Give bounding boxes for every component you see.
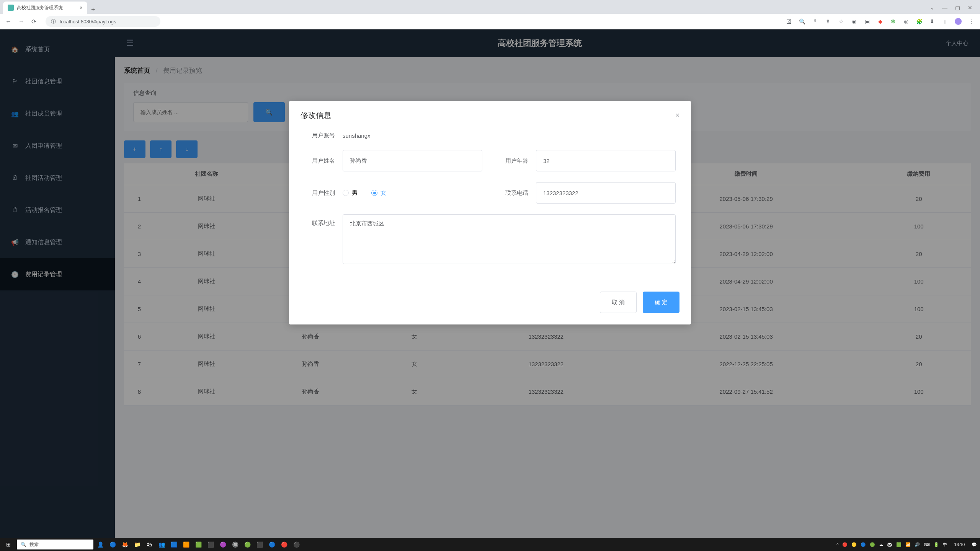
zoom-icon[interactable]: 🔍 [799,18,805,25]
key-icon[interactable]: ⚿ [786,18,792,25]
back-icon[interactable]: ← [5,18,11,25]
radio-icon [343,190,349,196]
new-tab-button[interactable]: + [87,6,99,14]
app-store-icon[interactable]: 🛍 [144,539,155,550]
url-text: localhost:8080/#/payLogs [60,19,116,24]
profile-avatar[interactable] [955,18,962,25]
chevron-down-icon[interactable]: ⌄ [930,5,934,11]
translate-icon[interactable]: ᴳ [812,18,818,25]
modal-overlay[interactable]: 修改信息 × 用户账号 sunshangx 用户姓名 用户年龄 [0,29,980,538]
search-placeholder: 搜索 [29,541,39,548]
search-icon: 🔍 [21,542,26,547]
taskbar-search[interactable]: 🔍搜索 [17,540,93,549]
ext2-icon[interactable]: ▣ [864,18,871,25]
app-icon[interactable]: 🟧 [181,539,191,550]
address-bar[interactable]: ⓘ localhost:8080/#/payLogs [46,16,160,27]
share-icon[interactable]: ⇪ [825,18,831,25]
app-icon[interactable]: 🟣 [217,539,228,550]
phone-label: 联系电话 [498,189,528,197]
tray-icon[interactable]: 🔊 [915,542,920,547]
tab-title: 高校社团服务管理系统 [17,5,63,11]
gender-label: 用户性别 [304,189,335,197]
start-button[interactable]: ⊞ [3,539,14,550]
name-input[interactable] [343,150,482,171]
close-window-icon[interactable]: ✕ [968,5,972,11]
tray-time[interactable]: 16:10 [951,542,968,547]
modal-close-icon[interactable]: × [675,111,679,119]
star-icon[interactable]: ☆ [838,18,844,25]
menu-icon[interactable]: ⋮ [968,18,975,25]
radio-icon [371,190,377,196]
tray-icon[interactable]: 🔴 [842,542,848,547]
age-label: 用户年龄 [498,157,528,165]
edit-modal: 修改信息 × 用户账号 sunshangx 用户姓名 用户年龄 [289,101,691,324]
ext5-icon[interactable]: ◎ [903,18,910,25]
tray-icon[interactable]: 🔋 [934,542,939,547]
tray-icon[interactable]: 中 [943,542,947,548]
app-teams-icon[interactable]: 👥 [156,539,167,550]
gender-female-radio[interactable]: 女 [371,189,386,197]
confirm-button[interactable]: 确 定 [643,292,679,313]
download-icon[interactable]: ⬇ [929,18,936,25]
app-icon[interactable]: 🔵 [266,539,277,550]
tray-icon[interactable]: ⌨ [924,542,930,547]
tray-icon[interactable]: 🟡 [851,542,857,547]
ext1-icon[interactable]: ◉ [851,18,858,25]
address-textarea[interactable] [343,214,676,264]
tray-icon[interactable]: 🟢 [870,542,875,547]
name-label: 用户姓名 [304,157,335,165]
maximize-icon[interactable]: ▢ [955,5,960,11]
tray-icon[interactable]: ^ [836,542,838,547]
gender-male-radio[interactable]: 男 [343,189,358,197]
age-input[interactable] [536,150,676,171]
browser-tab[interactable]: 高校社团服务管理系统 × [3,2,87,14]
close-tab-icon[interactable]: × [80,5,83,11]
ext4-icon[interactable]: ❃ [890,18,897,25]
app-icon[interactable]: 🟩 [193,539,204,550]
cortana-icon[interactable]: 👤 [95,539,106,550]
account-label: 用户账号 [304,132,335,139]
app-icon[interactable]: 🔴 [279,539,289,550]
tray-icon[interactable]: 🐼 [887,542,892,547]
forward-icon[interactable]: → [18,18,24,25]
app-icon[interactable]: 🟦 [168,539,179,550]
radio-label: 男 [352,189,358,197]
reload-icon[interactable]: ⟳ [31,18,36,25]
tray-icon[interactable]: 🟩 [896,542,902,547]
cancel-button[interactable]: 取 消 [600,292,637,313]
notification-icon[interactable]: 💬 [972,542,977,547]
app-icon[interactable]: 🔘 [230,539,240,550]
tray-icon[interactable]: 📶 [905,542,911,547]
minimize-icon[interactable]: — [942,5,947,11]
tray-icon[interactable]: ☁ [879,542,883,547]
taskbar: ⊞ 🔍搜索 👤 🔵 🦊 📁 🛍 👥 🟦 🟧 🟩 ⬛ 🟣 🔘 🟢 ⬛ 🔵 🔴 ⚫ … [0,538,980,551]
panel-icon[interactable]: ▯ [942,18,949,25]
radio-label: 女 [381,189,386,197]
info-icon: ⓘ [51,18,56,25]
phone-input[interactable] [536,182,676,204]
app-icon[interactable]: 🟢 [242,539,253,550]
app-firefox-icon[interactable]: 🦊 [119,539,130,550]
address-label: 联系地址 [304,214,335,227]
app-icon[interactable]: ⬛ [254,539,265,550]
modal-title: 修改信息 [301,110,331,121]
app-chrome-icon[interactable]: 🔵 [107,539,118,550]
extensions-icon[interactable]: 🧩 [916,18,923,25]
account-value: sunshangx [343,132,371,139]
tray-icon[interactable]: 🔵 [861,542,866,547]
app-folder-icon[interactable]: 📁 [132,539,142,550]
app-icon[interactable]: ⚫ [291,539,302,550]
ext3-icon[interactable]: ◆ [877,18,884,25]
tab-favicon [8,5,14,11]
app-icon[interactable]: ⬛ [205,539,216,550]
